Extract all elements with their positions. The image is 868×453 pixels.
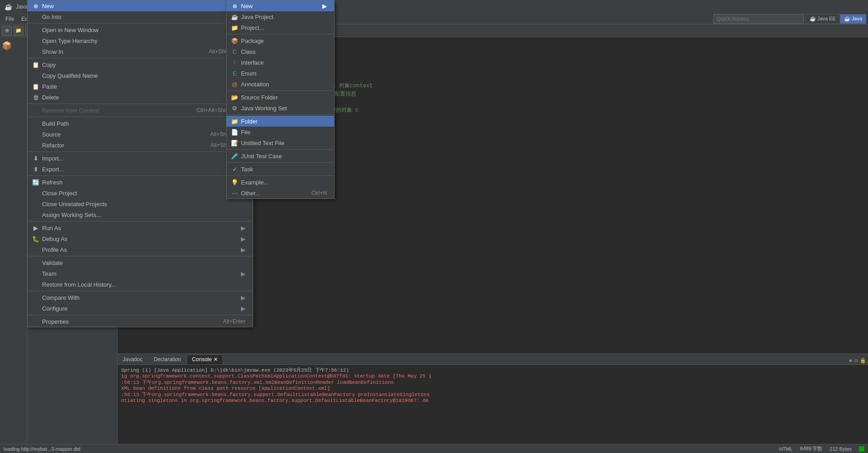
properties-label: Properties	[42, 318, 214, 325]
context-menu-copy[interactable]: 📋 Copy Ctrl+C	[28, 59, 253, 70]
context-menu-new[interactable]: ⊕ New ▶	[28, 0, 253, 11]
submenu-new-java-working-set[interactable]: ⚙ Java Working Set	[226, 103, 334, 113]
submenu-new-header-label: New	[241, 3, 253, 9]
submenu-new-task[interactable]: ✓ Task	[226, 164, 334, 175]
submenu-new-example[interactable]: 💡 Example...	[226, 177, 334, 188]
context-menu-validate[interactable]: Validate	[28, 257, 253, 268]
source-folder-label: Source Folder	[241, 94, 327, 101]
context-menu-open-new-window[interactable]: Open in New Window	[28, 24, 253, 35]
restore-history-icon	[31, 281, 40, 288]
submenu-new-untitled-text-file[interactable]: 📝 Untitled Text File	[226, 137, 334, 148]
context-menu-delete[interactable]: 🗑 Delete Delete	[28, 92, 253, 103]
refresh-label: Refresh	[42, 179, 230, 186]
submenu-new-header: ⊕ New ▶	[226, 0, 334, 11]
submenu-new-project[interactable]: 📁 Project...	[226, 22, 334, 33]
context-menu-restore-history[interactable]: Restore from Local History...	[28, 279, 253, 290]
submenu-new-junit-test-case[interactable]: 🧪 JUnit Test Case	[226, 151, 334, 161]
import-icon: ⬇	[31, 155, 40, 162]
context-menu-run-as[interactable]: ▶ Run As ▶	[28, 222, 253, 233]
context-menu-profile-as[interactable]: Profile As ▶	[28, 244, 253, 255]
submenu-new-other[interactable]: ⋯ Other... Ctrl+N	[226, 188, 334, 198]
submenu-divider-5	[226, 162, 334, 163]
close-unrelated-icon	[31, 200, 40, 208]
team-label: Team	[42, 270, 237, 277]
refactor-label: Refactor	[42, 142, 202, 149]
configure-label: Configure	[42, 305, 237, 312]
project-icon: 📁	[230, 24, 239, 31]
junit-test-case-label: JUnit Test Case	[241, 153, 327, 160]
other-icon: ⋯	[230, 189, 239, 197]
other-shortcut: Ctrl+N	[311, 190, 327, 196]
context-menu: ⊕ New ▶ Go Into Open in New Window Open …	[27, 0, 253, 327]
divider-4	[28, 117, 253, 117]
go-into-icon	[31, 13, 40, 20]
build-path-label: Build Path	[42, 120, 237, 127]
context-menu-go-into[interactable]: Go Into	[28, 11, 253, 22]
context-menu-remove-from-context: Remove from Context Ctrl+Alt+Shift+Down	[28, 105, 253, 116]
copy-qualified-name-label: Copy Qualified Name	[42, 72, 245, 79]
context-menu-properties[interactable]: Properties Alt+Enter	[28, 316, 253, 327]
submenu-new-file[interactable]: 📄 File	[226, 127, 334, 137]
context-menu-build-path[interactable]: Build Path ▶	[28, 118, 253, 129]
context-menu-close-unrelated[interactable]: Close Unrelated Projects	[28, 198, 253, 209]
context-menu-close-project[interactable]: Close Project	[28, 188, 253, 198]
copy-qualified-name-icon	[31, 72, 40, 79]
submenu-new-package[interactable]: 📦 Package	[226, 35, 334, 46]
file-label: File	[241, 129, 327, 136]
debug-as-arrow: ▶	[241, 236, 245, 242]
submenu-divider-4	[226, 149, 334, 150]
submenu-new: ⊕ New ▶ ☕ Java Project 📁 Project... 📦 Pa…	[226, 0, 335, 199]
submenu-new-java-project[interactable]: ☕ Java Project	[226, 11, 334, 22]
context-menu-open-type-hierarchy[interactable]: Open Type Hierarchy F4	[28, 35, 253, 46]
source-label: Source	[42, 131, 201, 138]
context-menu-assign-working-sets[interactable]: Assign Working Sets...	[28, 209, 253, 220]
build-path-icon	[31, 120, 40, 127]
submenu-divider-3	[226, 114, 334, 115]
context-menu-show-in[interactable]: Show In Alt+Shift+W ▶	[28, 46, 253, 57]
project-label: Project...	[241, 24, 327, 31]
context-menu-export[interactable]: ⬆ Export...	[28, 164, 253, 175]
submenu-new-source-folder[interactable]: 📂 Source Folder	[226, 92, 334, 103]
submenu-new-interface[interactable]: I Interface	[226, 57, 334, 68]
submenu-new-header-icon: ⊕	[230, 2, 239, 9]
context-menu-source[interactable]: Source Alt+Shift+S ▶	[28, 129, 253, 140]
import-label: Import...	[42, 155, 245, 162]
team-icon	[31, 270, 40, 277]
context-menu-debug-as[interactable]: 🐛 Debug As ▶	[28, 233, 253, 244]
restore-history-label: Restore from Local History...	[42, 281, 245, 288]
folder-icon: 📁	[230, 118, 239, 125]
task-label: Task	[241, 166, 327, 173]
show-in-icon	[31, 48, 40, 55]
class-icon: C	[230, 48, 239, 55]
submenu-divider-2	[226, 90, 334, 91]
interface-icon: I	[230, 59, 239, 66]
run-as-label: Run As	[42, 225, 237, 231]
close-unrelated-label: Close Unrelated Projects	[42, 201, 245, 208]
submenu-new-class[interactable]: C Class	[226, 46, 334, 57]
run-as-arrow: ▶	[241, 225, 245, 231]
context-menu-refresh[interactable]: 🔄 Refresh F5	[28, 177, 253, 188]
context-menu-team[interactable]: Team ▶	[28, 268, 253, 279]
package-label: Package	[241, 38, 327, 44]
context-menu-configure[interactable]: Configure ▶	[28, 303, 253, 314]
submenu-new-enum[interactable]: E Enum	[226, 68, 334, 79]
open-new-window-label: Open in New Window	[42, 27, 245, 33]
copy-icon: 📋	[31, 61, 40, 68]
eclipse-window: ☕ Java - Spring/src/Spring.java - Eclips…	[0, 0, 868, 453]
class-label: Class	[241, 48, 327, 55]
debug-as-icon: 🐛	[31, 235, 40, 242]
submenu-new-annotation[interactable]: @ Annotation	[226, 79, 334, 90]
context-menu-refactor[interactable]: Refactor Alt+Shift+T ▶	[28, 140, 253, 151]
submenu-new-folder[interactable]: 📁 Folder	[226, 116, 334, 127]
context-menu-import[interactable]: ⬇ Import...	[28, 153, 253, 164]
submenu-divider-6	[226, 175, 334, 176]
context-menu-copy-qualified-name[interactable]: Copy Qualified Name	[28, 70, 253, 81]
remove-icon	[31, 107, 40, 114]
context-menu-compare-with[interactable]: Compare With ▶	[28, 292, 253, 303]
package-icon: 📦	[230, 37, 239, 44]
source-folder-icon: 📂	[230, 94, 239, 101]
context-menu-paste[interactable]: 📋 Paste Ctrl+V	[28, 81, 253, 92]
divider-10	[28, 315, 253, 315]
enum-label: Enum	[241, 70, 327, 77]
submenu-new-header-arrow: ▶	[322, 3, 327, 9]
